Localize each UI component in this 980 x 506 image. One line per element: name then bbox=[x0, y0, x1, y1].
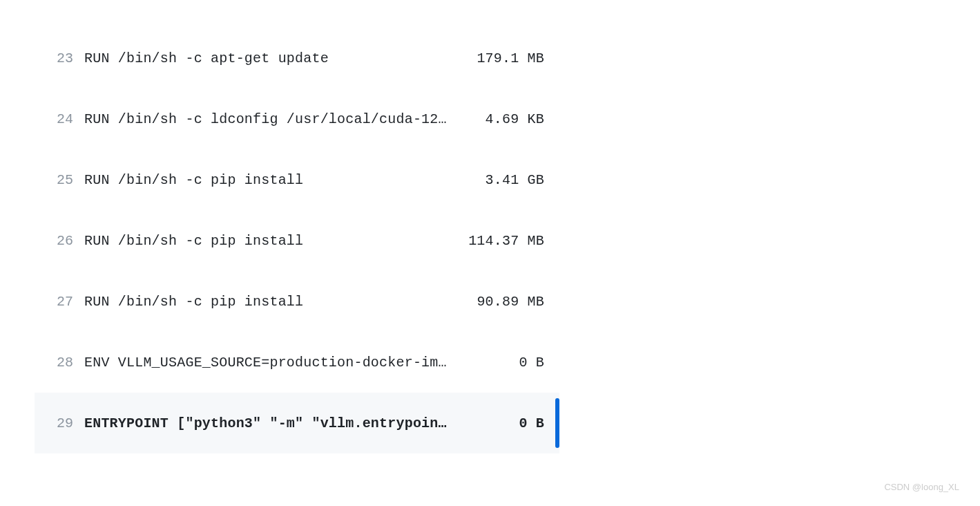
layer-size: 114.37 MB bbox=[461, 233, 551, 249]
line-number: 26 bbox=[43, 233, 84, 249]
layer-size: 4.69 KB bbox=[461, 111, 551, 127]
line-number: 23 bbox=[43, 50, 84, 66]
line-number: 27 bbox=[43, 294, 84, 310]
layer-size: 179.1 MB bbox=[461, 50, 551, 66]
layer-command: RUN /bin/sh -c pip install bbox=[84, 172, 461, 188]
layer-command: ENTRYPOINT ["python3" "-m" "vllm.entrypo… bbox=[84, 415, 461, 431]
layer-row-27[interactable]: 27RUN /bin/sh -c pip install90.89 MB bbox=[35, 271, 559, 332]
line-number: 24 bbox=[43, 111, 84, 127]
layer-command: ENV VLLM_USAGE_SOURCE=production-docker-… bbox=[84, 355, 461, 371]
docker-layers-list: 23RUN /bin/sh -c apt-get update179.1 MB2… bbox=[0, 0, 559, 453]
layer-command: RUN /bin/sh -c apt-get update bbox=[84, 50, 461, 66]
layer-row-24[interactable]: 24RUN /bin/sh -c ldconfig /usr/local/cud… bbox=[35, 88, 559, 149]
layer-row-26[interactable]: 26RUN /bin/sh -c pip install114.37 MB bbox=[35, 210, 559, 271]
layer-command: RUN /bin/sh -c ldconfig /usr/local/cuda-… bbox=[84, 111, 461, 127]
line-number: 25 bbox=[43, 172, 84, 188]
layer-row-29[interactable]: 29ENTRYPOINT ["python3" "-m" "vllm.entry… bbox=[35, 393, 559, 453]
layer-row-25[interactable]: 25RUN /bin/sh -c pip install3.41 GB bbox=[35, 149, 559, 210]
layer-size: 0 B bbox=[461, 355, 551, 371]
line-number: 28 bbox=[43, 355, 84, 371]
layer-row-28[interactable]: 28ENV VLLM_USAGE_SOURCE=production-docke… bbox=[35, 332, 559, 393]
layer-size: 0 B bbox=[461, 415, 551, 431]
layer-command: RUN /bin/sh -c pip install bbox=[84, 233, 461, 249]
line-number: 29 bbox=[43, 415, 84, 431]
layer-size: 3.41 GB bbox=[461, 172, 551, 188]
watermark-text: CSDN @loong_XL bbox=[884, 482, 959, 492]
layer-command: RUN /bin/sh -c pip install bbox=[84, 294, 461, 310]
layer-size: 90.89 MB bbox=[461, 294, 551, 310]
layer-row-23[interactable]: 23RUN /bin/sh -c apt-get update179.1 MB bbox=[35, 28, 559, 88]
